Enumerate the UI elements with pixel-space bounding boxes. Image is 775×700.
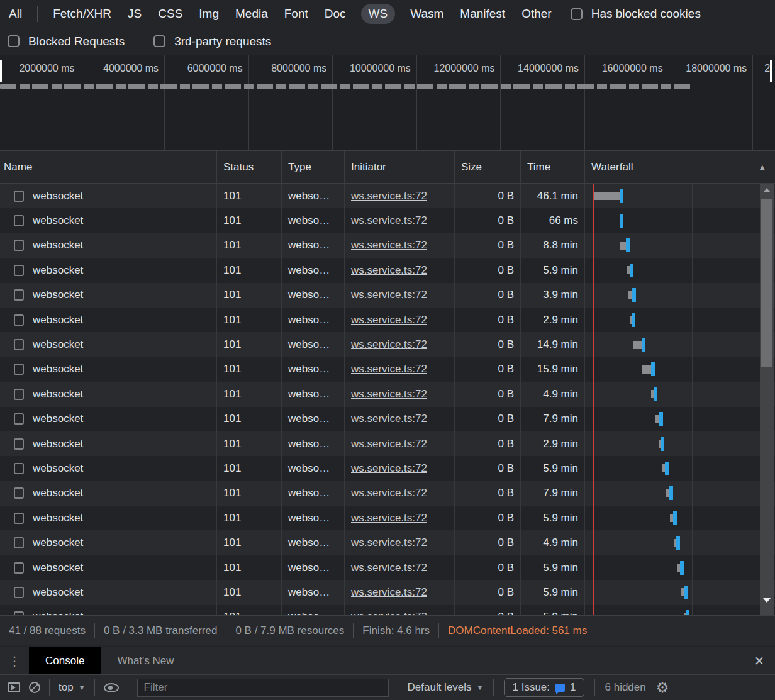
clear-console-icon[interactable] [29,682,40,693]
column-header-type[interactable]: Type [282,151,345,183]
initiator-link[interactable]: ws.service.ts:72 [351,214,427,227]
filter-pill-js[interactable]: JS [126,4,143,24]
table-row[interactable]: websocket 101 webso… ws.service.ts:72 0 … [0,407,775,431]
drawer-menu-icon[interactable]: ⋮ [0,647,29,674]
filter-pill-doc[interactable]: Doc [323,4,347,24]
initiator-link[interactable]: ws.service.ts:72 [351,363,427,375]
request-name-cell[interactable]: websocket [0,332,217,357]
console-sidebar-icon[interactable] [8,682,20,692]
filter-pill-media[interactable]: Media [234,4,269,24]
column-header-initiator[interactable]: Initiator [345,151,455,183]
table-row[interactable]: websocket 101 webso… ws.service.ts:72 0 … [0,605,775,615]
column-header-status[interactable]: Status [217,151,282,183]
filter-pill-manifest[interactable]: Manifest [459,4,506,24]
table-row[interactable]: websocket 101 webso… ws.service.ts:72 0 … [0,208,775,233]
initiator-link[interactable]: ws.service.ts:72 [351,264,427,277]
table-scrollbar[interactable] [760,184,774,615]
table-row[interactable]: websocket 101 webso… ws.service.ts:72 0 … [0,530,775,555]
column-header-time[interactable]: Time [521,151,585,183]
live-expression-eye-icon[interactable] [104,683,119,692]
table-row[interactable]: websocket 101 webso… ws.service.ts:72 0 … [0,233,775,258]
initiator-link[interactable]: ws.service.ts:72 [351,562,427,574]
request-name-cell[interactable]: websocket [0,357,217,382]
request-name-cell[interactable]: websocket [0,407,217,431]
table-row[interactable]: websocket 101 webso… ws.service.ts:72 0 … [0,332,775,357]
initiator-link[interactable]: ws.service.ts:72 [351,462,427,475]
request-name-cell[interactable]: websocket [0,431,217,456]
filter-pill-img[interactable]: Img [198,4,220,24]
request-name-cell[interactable]: websocket [0,233,217,258]
initiator-link[interactable]: ws.service.ts:72 [351,338,427,351]
initiator-link[interactable]: ws.service.ts:72 [351,413,427,425]
network-overview-band[interactable] [0,84,691,89]
request-name-cell[interactable]: websocket [0,382,217,406]
overview-left-handle[interactable] [0,60,2,82]
overview-right-handle[interactable] [770,60,772,82]
table-row[interactable]: websocket 101 webso… ws.service.ts:72 0 … [0,456,775,481]
request-name-cell[interactable]: websocket [0,283,217,308]
table-row[interactable]: websocket 101 webso… ws.service.ts:72 0 … [0,308,775,332]
request-name-cell[interactable]: websocket [0,580,217,604]
tab-console[interactable]: Console [29,647,101,674]
request-name-cell[interactable]: websocket [0,308,217,332]
column-header-name[interactable]: Name [0,151,217,183]
request-name-cell[interactable]: websocket [0,530,217,555]
table-row[interactable]: websocket 101 webso… ws.service.ts:72 0 … [0,431,775,456]
waterfall-cell [585,530,775,555]
third-party-checkbox[interactable] [153,35,165,47]
initiator-link[interactable]: ws.service.ts:72 [351,190,427,203]
scrollbar-thumb[interactable] [761,199,772,367]
table-row[interactable]: websocket 101 webso… ws.service.ts:72 0 … [0,506,775,530]
filter-pill-ws[interactable]: WS [361,4,396,24]
column-header-waterfall[interactable]: Waterfall ▲ [585,151,775,183]
request-name-cell[interactable]: websocket [0,184,217,208]
blocked-requests-checkbox[interactable] [8,35,20,47]
column-header-size[interactable]: Size [455,151,521,183]
scroll-down-arrow[interactable] [760,594,774,606]
timeline-ruler[interactable]: 2000000 ms4000000 ms6000000 ms8000000 ms… [0,55,775,151]
log-levels-dropdown[interactable]: Default levels ▼ [408,681,484,694]
initiator-link[interactable]: ws.service.ts:72 [351,314,427,326]
request-name-cell[interactable]: websocket [0,506,217,530]
request-name-cell[interactable]: websocket [0,208,217,233]
initiator-link[interactable]: ws.service.ts:72 [351,239,427,252]
scroll-up-arrow[interactable] [760,184,774,196]
request-name-cell[interactable]: websocket [0,456,217,481]
filter-pill-wasm[interactable]: Wasm [409,4,445,24]
initiator-link[interactable]: ws.service.ts:72 [351,438,427,450]
console-filter-input[interactable] [137,679,389,697]
table-row[interactable]: websocket 101 webso… ws.service.ts:72 0 … [0,555,775,580]
table-row[interactable]: websocket 101 webso… ws.service.ts:72 0 … [0,357,775,382]
initiator-link[interactable]: ws.service.ts:72 [351,388,427,401]
table-row[interactable]: websocket 101 webso… ws.service.ts:72 0 … [0,184,775,208]
request-status: 101 [217,407,282,431]
timeline-segment: 14000000 ms [501,55,585,151]
table-row[interactable]: websocket 101 webso… ws.service.ts:72 0 … [0,481,775,506]
initiator-link[interactable]: ws.service.ts:72 [351,611,427,615]
has-blocked-cookies-checkbox[interactable] [571,8,583,20]
request-name-cell[interactable]: websocket [0,605,217,615]
request-name-cell[interactable]: websocket [0,258,217,282]
console-settings-gear-icon[interactable]: ⚙ [656,681,669,695]
tab-whats-new[interactable]: What's New [101,647,190,674]
initiator-link[interactable]: ws.service.ts:72 [351,586,427,599]
initiator-link[interactable]: ws.service.ts:72 [351,536,427,549]
initiator-link[interactable]: ws.service.ts:72 [351,289,427,301]
table-row[interactable]: websocket 101 webso… ws.service.ts:72 0 … [0,283,775,308]
waterfall-cell [585,308,775,332]
initiator-link[interactable]: ws.service.ts:72 [351,487,427,499]
filter-pill-css[interactable]: CSS [157,4,184,24]
table-row[interactable]: websocket 101 webso… ws.service.ts:72 0 … [0,258,775,282]
filter-pill-other[interactable]: Other [520,4,553,24]
table-row[interactable]: websocket 101 webso… ws.service.ts:72 0 … [0,382,775,406]
filter-pill-font[interactable]: Font [283,4,309,24]
filter-pill-fetch-xhr[interactable]: Fetch/XHR [52,4,113,24]
context-selector[interactable]: top ▼ [59,681,86,694]
issues-counter[interactable]: 1 Issue: 1 [504,678,584,697]
drawer-close-icon[interactable]: ✕ [744,647,775,674]
table-row[interactable]: websocket 101 webso… ws.service.ts:72 0 … [0,580,775,604]
initiator-link[interactable]: ws.service.ts:72 [351,512,427,525]
filter-pill-all[interactable]: All [8,4,23,24]
request-name-cell[interactable]: websocket [0,481,217,506]
request-name-cell[interactable]: websocket [0,555,217,580]
